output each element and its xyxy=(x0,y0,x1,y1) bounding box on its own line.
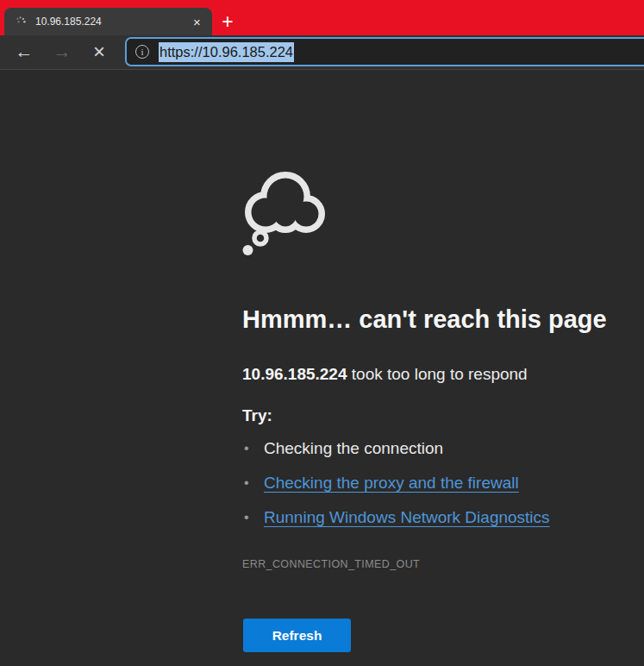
bullet-icon: • xyxy=(244,510,264,525)
error-code: ERR_CONNECTION_TIMED_OUT xyxy=(242,558,420,570)
bullet-icon: • xyxy=(244,441,264,456)
suggestion-network-diagnostics-link[interactable]: Running Windows Network Diagnostics xyxy=(264,508,550,527)
suggestion-list: • Checking the connection • Checking the… xyxy=(244,431,550,535)
tab-title: 10.96.185.224 xyxy=(35,16,188,28)
error-page-title: Hmmm… can't reach this page xyxy=(242,305,607,334)
refresh-button[interactable]: Refresh xyxy=(243,619,351,652)
tab-strip: 10.96.185.224 × + xyxy=(0,0,644,35)
error-message: 10.96.185.224 took too long to respond xyxy=(242,365,528,384)
url-selected-text: https://10.96.185.224 xyxy=(159,42,294,62)
list-item: • Checking the proxy and the firewall xyxy=(244,466,550,500)
site-info-icon[interactable]: i xyxy=(135,45,149,59)
list-item: • Running Windows Network Diagnostics xyxy=(244,500,550,535)
forward-icon: → xyxy=(49,39,75,65)
tab-close-icon[interactable]: × xyxy=(188,13,206,31)
new-tab-button[interactable]: + xyxy=(216,9,240,34)
loading-spinner-favicon-icon xyxy=(14,15,28,28)
back-icon[interactable]: ← xyxy=(11,39,37,65)
stop-icon[interactable]: × xyxy=(86,39,112,65)
browser-toolbar: ← → × i https://10.96.185.224 xyxy=(0,35,644,70)
address-bar[interactable]: i https://10.96.185.224 xyxy=(125,37,644,66)
browser-window: 10.96.185.224 × + ← → × i https://10.96.… xyxy=(0,0,644,666)
suggestion-proxy-firewall-link[interactable]: Checking the proxy and the firewall xyxy=(264,474,519,493)
try-label: Try: xyxy=(242,406,272,425)
bullet-icon: • xyxy=(244,475,264,491)
list-item: • Checking the connection xyxy=(244,431,550,466)
error-message-rest: took too long to respond xyxy=(347,365,528,383)
browser-tab[interactable]: 10.96.185.224 × xyxy=(4,8,212,35)
thought-bubble-icon xyxy=(242,171,325,257)
error-host: 10.96.185.224 xyxy=(242,365,347,383)
url-input[interactable]: https://10.96.185.224 xyxy=(159,44,294,60)
suggestion-check-connection: Checking the connection xyxy=(264,439,443,458)
